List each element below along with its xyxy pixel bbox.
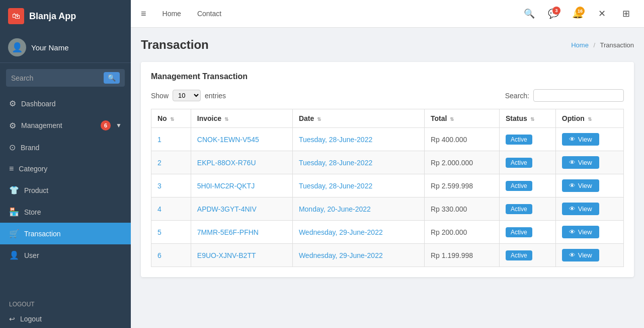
breadcrumb: Home / Transaction [571, 41, 634, 49]
cell-status: Active [500, 198, 556, 221]
sidebar-item-management[interactable]: ⚙ Management 6 ▼ [0, 114, 131, 137]
breadcrumb-home[interactable]: Home [571, 41, 589, 49]
cell-date: Tuesday, 28-June-2022 [292, 174, 424, 198]
table-search-input[interactable] [533, 89, 624, 102]
table-row: 5 7MMR-5E6F-PFHN Wednesday, 29-June-2022… [151, 221, 624, 244]
cell-date: Wednesday, 29-June-2022 [292, 221, 424, 244]
cell-total: Rp 1.199.998 [424, 244, 499, 267]
topbar: ≡ Home Contact 🔍 💬 3 🔔 16 ✕ ⊞ [131, 0, 644, 28]
search-input[interactable] [11, 74, 101, 82]
menu-icon[interactable]: ≡ [141, 9, 146, 19]
cell-status: Active [500, 128, 556, 151]
sidebar-search-container: 🔍 [6, 69, 125, 87]
eye-icon: 👁 [569, 136, 576, 143]
logo-text: Blanja App [29, 11, 76, 22]
sidebar-item-user[interactable]: 👤 User [0, 244, 131, 266]
status-badge: Active [506, 181, 532, 191]
search-button[interactable]: 🔍 [104, 72, 120, 84]
product-icon: 👕 [9, 185, 19, 195]
sidebar-item-product[interactable]: 👕 Product [0, 179, 131, 201]
table-search: Search: [505, 89, 624, 102]
table-row: 2 EKPL-88OX-R76U Tuesday, 28-June-2022 R… [151, 151, 624, 174]
view-button[interactable]: 👁 View [562, 249, 599, 261]
bell-icon[interactable]: 🔔 16 [570, 6, 586, 22]
view-button[interactable]: 👁 View [562, 133, 599, 146]
sidebar-item-store[interactable]: 🏪 Store [0, 201, 131, 223]
cell-total: Rp 2.000.000 [424, 151, 499, 174]
breadcrumb-separator: / [594, 41, 596, 49]
cell-invoice: 7MMR-5E6F-PFHN [191, 221, 292, 244]
cell-option: 👁 View [555, 221, 623, 244]
entries-label: entries [205, 92, 226, 100]
sidebar-item-transaction[interactable]: 🛒 Transaction [0, 223, 131, 244]
cell-option: 👁 View [555, 174, 623, 198]
eye-icon: 👁 [569, 205, 576, 213]
logout-label: Logout [20, 315, 42, 323]
management-arrow-icon: ▼ [116, 122, 122, 129]
breadcrumb-current: Transaction [600, 41, 634, 49]
eye-icon: 👁 [569, 182, 576, 189]
nav-contact[interactable]: Contact [193, 8, 225, 20]
eye-icon: 👁 [569, 228, 576, 236]
sidebar: 🛍 Blanja App 👤 Your Name 🔍 ⚙ Dashboard ⚙… [0, 0, 131, 328]
cell-invoice: CNOK-1EWN-V545 [191, 128, 292, 151]
logout-icon: ↩ [9, 315, 15, 323]
cell-option: 👁 View [555, 151, 623, 174]
sidebar-item-dashboard[interactable]: ⚙ Dashboard [0, 93, 131, 114]
cell-no: 1 [151, 128, 191, 151]
table-row: 6 E9UO-XJNV-B2TT Wednesday, 29-June-2022… [151, 244, 624, 267]
cell-status: Active [500, 221, 556, 244]
view-button[interactable]: 👁 View [562, 156, 599, 169]
sidebar-item-category[interactable]: ≡ Category [0, 158, 131, 179]
status-badge: Active [506, 135, 532, 145]
show-entries: Show 10 25 50 100 entries [151, 90, 226, 101]
view-button[interactable]: 👁 View [562, 226, 599, 238]
logout-item[interactable]: ↩ Logout [0, 310, 131, 328]
cell-no: 4 [151, 198, 191, 221]
status-badge: Active [506, 227, 532, 237]
management-badge: 6 [101, 120, 111, 130]
grid-icon[interactable]: ⊞ [618, 6, 634, 22]
table-row: 4 APDW-3GYT-4NIV Monday, 20-June-2022 Rp… [151, 198, 624, 221]
cell-option: 👁 View [555, 244, 623, 267]
sidebar-item-brand[interactable]: ⊙ Brand [0, 137, 131, 158]
view-button[interactable]: 👁 View [562, 179, 599, 192]
cell-total: Rp 200.000 [424, 221, 499, 244]
cell-status: Active [500, 244, 556, 267]
cell-no: 6 [151, 244, 191, 267]
sidebar-logo: 🛍 Blanja App [0, 0, 131, 32]
cell-option: 👁 View [555, 128, 623, 151]
card-title: Management Transaction [151, 72, 624, 81]
cell-total: Rp 2.599.998 [424, 174, 499, 198]
table-controls: Show 10 25 50 100 entries Search: [151, 89, 624, 102]
user-icon: 👤 [9, 250, 19, 260]
logout-section-label: LOGOUT [0, 297, 131, 310]
chat-badge: 3 [552, 7, 560, 15]
transaction-card: Management Transaction Show 10 25 50 100… [141, 62, 634, 277]
sidebar-nav: ⚙ Dashboard ⚙ Management 6 ▼ ⊙ Brand ≡ C… [0, 93, 131, 297]
cell-status: Active [500, 151, 556, 174]
close-icon[interactable]: ✕ [594, 6, 610, 22]
col-date: Date⇅ [292, 109, 424, 128]
status-badge: Active [506, 204, 532, 214]
show-select[interactable]: 10 25 50 100 [173, 90, 201, 101]
cell-date: Tuesday, 28-June-2022 [292, 128, 424, 151]
col-no: No⇅ [151, 109, 191, 128]
search-icon[interactable]: 🔍 [521, 6, 537, 22]
cell-invoice: EKPL-88OX-R76U [191, 151, 292, 174]
transaction-icon: 🛒 [9, 229, 19, 238]
nav-home[interactable]: Home [158, 8, 185, 20]
view-button[interactable]: 👁 View [562, 203, 599, 215]
bell-badge: 16 [576, 7, 585, 16]
cell-no: 2 [151, 151, 191, 174]
page-title: Transaction [141, 38, 209, 52]
content: Transaction Home / Transaction Managemen… [131, 28, 644, 328]
col-option: Option⇅ [555, 109, 623, 128]
chat-icon[interactable]: 💬 3 [545, 6, 561, 22]
table-row: 1 CNOK-1EWN-V545 Tuesday, 28-June-2022 R… [151, 128, 624, 151]
logo-icon: 🛍 [8, 8, 24, 24]
cell-date: Monday, 20-June-2022 [292, 198, 424, 221]
cell-no: 5 [151, 221, 191, 244]
cell-invoice: E9UO-XJNV-B2TT [191, 244, 292, 267]
cell-date: Tuesday, 28-June-2022 [292, 151, 424, 174]
